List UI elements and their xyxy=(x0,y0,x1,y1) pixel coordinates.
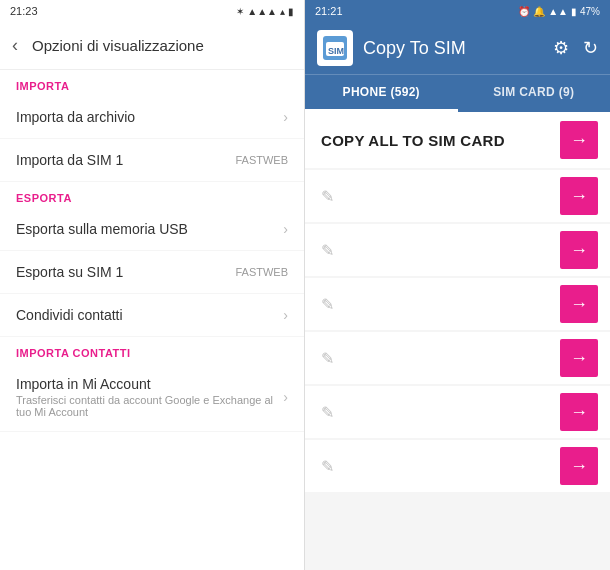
bluetooth-icon: ✶ xyxy=(236,6,244,17)
refresh-icon[interactable]: ↻ xyxy=(583,37,598,59)
copy-contact-button[interactable]: → xyxy=(560,339,598,377)
left-panel: 21:23 ✶ ▲▲▲ ▴ ▮ ‹ Opzioni di visualizzaz… xyxy=(0,0,305,570)
section-label-importa: IMPORTA xyxy=(0,70,304,96)
chevron-icon: › xyxy=(283,221,288,237)
menu-item-text: Importa da SIM 1 xyxy=(16,152,123,168)
menu-item-text: Esporta sulla memoria USB xyxy=(16,221,188,237)
alarm-icon: ⏰ xyxy=(518,6,530,17)
app-icon: SIM xyxy=(317,30,353,66)
edit-icon[interactable]: ✎ xyxy=(321,403,334,422)
app-title: Copy To SIM xyxy=(363,38,553,59)
section-label-esporta: ESPORTA xyxy=(0,182,304,208)
list-item: ✎ → xyxy=(305,332,610,384)
menu-item-text: Esporta su SIM 1 xyxy=(16,264,123,280)
status-bar-left: 21:23 ✶ ▲▲▲ ▴ ▮ xyxy=(0,0,304,22)
back-button[interactable]: ‹ xyxy=(12,35,18,56)
section-esporta: ESPORTA Esporta sulla memoria USB › Espo… xyxy=(0,182,304,337)
copy-all-button[interactable]: → xyxy=(560,121,598,159)
menu-item-esporta-sim[interactable]: Esporta su SIM 1 FASTWEB xyxy=(0,251,304,294)
arrow-icon: → xyxy=(570,402,588,423)
status-icons-right: ⏰ 🔔 ▲▲ ▮ 47% xyxy=(518,6,600,17)
signal-icon: ▲▲ xyxy=(548,6,568,17)
tab-bar: PHONE (592) SIM CARD (9) xyxy=(305,74,610,112)
svg-text:SIM: SIM xyxy=(328,46,344,56)
menu-item-text: Condividi contatti xyxy=(16,307,123,323)
menu-item-condividi[interactable]: Condividi contatti › xyxy=(0,294,304,337)
section-importa: IMPORTA Importa da archivio › Importa da… xyxy=(0,70,304,182)
menu-item-mi-account[interactable]: Importa in Mi Account Trasferisci contat… xyxy=(0,363,304,432)
app-bar: SIM Copy To SIM ⚙ ↻ xyxy=(305,22,610,74)
menu-item-text: Importa in Mi Account xyxy=(16,376,283,392)
list-item: ✎ → xyxy=(305,440,610,492)
copy-contact-button[interactable]: → xyxy=(560,285,598,323)
sim-app-icon: SIM xyxy=(321,34,349,62)
menu-item-esporta-usb[interactable]: Esporta sulla memoria USB › xyxy=(0,208,304,251)
right-panel: 21:21 ⏰ 🔔 ▲▲ ▮ 47% SIM Copy To SIM ⚙ ↻ P… xyxy=(305,0,610,570)
list-item: ✎ → xyxy=(305,224,610,276)
edit-icon[interactable]: ✎ xyxy=(321,187,334,206)
edit-icon[interactable]: ✎ xyxy=(321,349,334,368)
top-bar-left: ‹ Opzioni di visualizzazione xyxy=(0,22,304,70)
list-item: ✎ → xyxy=(305,170,610,222)
app-bar-actions: ⚙ ↻ xyxy=(553,37,598,59)
edit-icon[interactable]: ✎ xyxy=(321,241,334,260)
section-importa-contatti: IMPORTA CONTATTI Importa in Mi Account T… xyxy=(0,337,304,432)
time-left: 21:23 xyxy=(10,5,38,17)
volume-icon: 🔔 xyxy=(533,6,545,17)
tab-phone[interactable]: PHONE (592) xyxy=(305,75,458,112)
settings-icon[interactable]: ⚙ xyxy=(553,37,569,59)
chevron-icon: › xyxy=(283,307,288,323)
chevron-icon: › xyxy=(283,109,288,125)
menu-item-importa-sim[interactable]: Importa da SIM 1 FASTWEB xyxy=(0,139,304,182)
edit-icon[interactable]: ✎ xyxy=(321,295,334,314)
wifi-icon: ▴ xyxy=(280,6,285,17)
copy-all-label: COPY ALL TO SIM CARD xyxy=(321,132,505,149)
arrow-icon: → xyxy=(570,240,588,261)
page-title: Opzioni di visualizzazione xyxy=(32,37,204,54)
list-item: ✎ → xyxy=(305,278,610,330)
copy-all-row: COPY ALL TO SIM CARD → xyxy=(305,112,610,168)
time-right: 21:21 xyxy=(315,5,343,17)
chevron-icon: › xyxy=(283,389,288,405)
arrow-icon: → xyxy=(570,456,588,477)
arrow-icon: → xyxy=(570,186,588,207)
contact-list: ✎ → ✎ → ✎ → ✎ → ✎ → xyxy=(305,170,610,570)
section-label-importa-contatti: IMPORTA CONTATTI xyxy=(0,337,304,363)
fastweb-badge: FASTWEB xyxy=(235,266,288,278)
status-bar-right: 21:21 ⏰ 🔔 ▲▲ ▮ 47% xyxy=(305,0,610,22)
menu-item-sub: Trasferisci contatti da account Google e… xyxy=(16,394,283,418)
copy-contact-button[interactable]: → xyxy=(560,447,598,485)
battery-icon: ▮ xyxy=(288,6,294,17)
tab-simcard[interactable]: SIM CARD (9) xyxy=(458,75,611,112)
list-item: ✎ → xyxy=(305,386,610,438)
battery-right-icon: ▮ xyxy=(571,6,577,17)
fastweb-badge: FASTWEB xyxy=(235,154,288,166)
menu-item-importa-archivio[interactable]: Importa da archivio › xyxy=(0,96,304,139)
copy-contact-button[interactable]: → xyxy=(560,177,598,215)
status-icons-left: ✶ ▲▲▲ ▴ ▮ xyxy=(236,6,294,17)
copy-all-arrow-icon: → xyxy=(570,130,588,151)
signal-icon: ▲▲▲ xyxy=(247,6,277,17)
copy-contact-button[interactable]: → xyxy=(560,231,598,269)
battery-percent: 47% xyxy=(580,6,600,17)
edit-icon[interactable]: ✎ xyxy=(321,457,334,476)
copy-contact-button[interactable]: → xyxy=(560,393,598,431)
menu-item-text: Importa da archivio xyxy=(16,109,135,125)
arrow-icon: → xyxy=(570,294,588,315)
arrow-icon: → xyxy=(570,348,588,369)
